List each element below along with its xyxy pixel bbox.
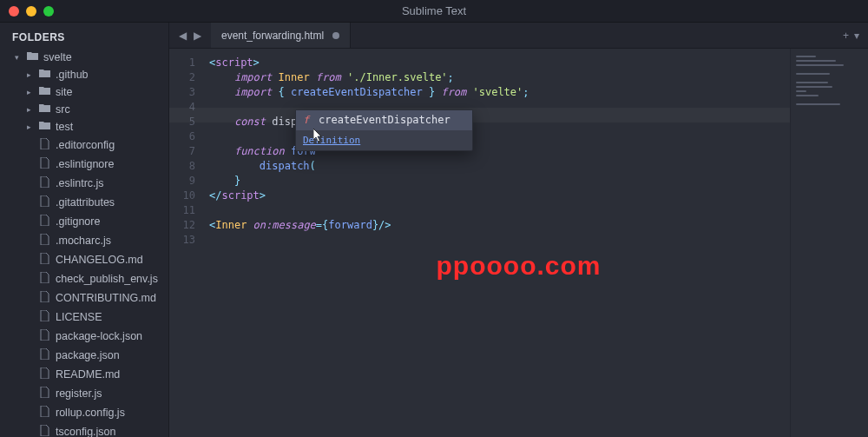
file-icon — [38, 195, 50, 209]
tree-folder[interactable]: ▸.github — [0, 66, 168, 83]
tree-label: CONTRIBUTING.md — [56, 292, 156, 304]
code-line[interactable]: <Inner on:message={forward}/> — [209, 218, 790, 233]
new-tab-icon[interactable]: + — [843, 30, 849, 42]
file-icon — [38, 348, 50, 362]
window-controls — [9, 6, 54, 17]
tree-file[interactable]: LICENSE — [0, 308, 168, 327]
folder-icon — [38, 121, 50, 133]
tree-file[interactable]: check_publish_env.js — [0, 269, 168, 288]
file-icon — [38, 329, 50, 343]
minimap-line — [796, 103, 840, 105]
disclosure-icon: ▸ — [24, 105, 33, 114]
minimap-line — [796, 60, 836, 62]
minimap-line — [796, 82, 828, 83]
minimap-line — [796, 73, 830, 75]
kind-icon: f — [303, 113, 312, 128]
tree-file[interactable]: register.js — [0, 384, 168, 403]
disclosure-icon: ▸ — [24, 70, 33, 79]
tab-history-nav: ◀ ▶ — [169, 23, 211, 48]
folders-header: FOLDERS — [0, 31, 168, 49]
folder-icon — [38, 103, 50, 116]
file-icon — [38, 387, 50, 401]
close-icon[interactable] — [9, 6, 19, 17]
disclosure-icon: ▸ — [24, 122, 33, 131]
tab-active[interactable]: event_forwarding.html — [211, 23, 351, 48]
tree-file[interactable]: rollup.config.js — [0, 403, 168, 422]
minimap-line — [796, 90, 806, 92]
folder-icon — [26, 51, 38, 63]
code-line[interactable] — [209, 203, 790, 218]
autocomplete-label: createEventDispatcher — [319, 113, 450, 128]
tab-bar: ◀ ▶ event_forwarding.html + ▾ — [169, 23, 868, 49]
tree-label: CHANGELOG.md — [56, 254, 143, 266]
tree-file[interactable]: CHANGELOG.md — [0, 250, 168, 269]
file-icon — [38, 138, 50, 152]
tree-label: LICENSE — [56, 311, 102, 323]
code-line[interactable]: } — [209, 174, 790, 189]
code-line[interactable]: import Inner from './Inner.svelte'; — [209, 70, 790, 85]
file-icon — [38, 253, 50, 267]
tree-label: .eslintignore — [56, 158, 114, 170]
disclosure-icon: ▾ — [12, 53, 21, 62]
file-icon — [38, 272, 50, 286]
dirty-indicator-icon — [332, 32, 339, 39]
definition-link[interactable]: Definition — [303, 135, 360, 146]
maximize-icon[interactable] — [43, 6, 54, 17]
tree-file[interactable]: .mocharc.js — [0, 231, 168, 250]
tree-label: register.js — [56, 387, 102, 400]
sidebar: FOLDERS ▾svelte▸.github▸site▸src▸test.ed… — [0, 23, 169, 437]
tree-file[interactable]: package-lock.json — [0, 327, 168, 346]
nav-back-icon[interactable]: ◀ — [176, 30, 189, 42]
tree-file[interactable]: .eslintignore — [0, 155, 168, 174]
minimap-line — [796, 64, 844, 66]
file-icon — [38, 157, 50, 171]
editor-area: ◀ ▶ event_forwarding.html + ▾ 1234567891… — [169, 23, 868, 437]
tree-file[interactable]: README.md — [0, 365, 168, 384]
tree-file[interactable]: .gitignore — [0, 212, 168, 231]
autocomplete-item[interactable]: f createEventDispatcher — [296, 110, 472, 130]
code-line[interactable] — [209, 233, 790, 248]
tab-dropdown-icon[interactable]: ▾ — [854, 30, 859, 42]
minimize-icon[interactable] — [26, 6, 36, 17]
tree-file[interactable]: tsconfig.json — [0, 422, 168, 437]
tree-file[interactable]: .editorconfig — [0, 136, 168, 155]
minimap-line — [796, 86, 832, 88]
code-line[interactable]: dispatch( — [209, 159, 790, 174]
tree-label: check_publish_env.js — [56, 273, 158, 285]
tree-file[interactable]: .gitattributes — [0, 193, 168, 212]
autocomplete-footer: Definition — [296, 130, 472, 150]
minimap[interactable] — [790, 49, 868, 437]
tree-label: README.md — [56, 368, 120, 381]
tree-root[interactable]: ▾svelte — [0, 49, 168, 66]
tree-label: package-lock.json — [56, 330, 142, 342]
code-editor[interactable]: 12345678910111213 f createEventDispatche… — [169, 49, 868, 437]
tree-label: package.json — [56, 349, 120, 361]
tree-file[interactable]: .eslintrc.js — [0, 174, 168, 193]
code-line[interactable]: </script> — [209, 189, 790, 203]
minimap-line — [796, 95, 819, 96]
nav-forward-icon[interactable]: ▶ — [191, 30, 204, 42]
tree-file[interactable]: package.json — [0, 346, 168, 365]
folder-tree: ▾svelte▸.github▸site▸src▸test.editorconf… — [0, 49, 168, 437]
tree-label: .github — [56, 69, 89, 81]
code-content[interactable]: f createEventDispatcher Definition <scri… — [204, 49, 790, 437]
tree-label: .editorconfig — [56, 139, 115, 151]
tree-label: .mocharc.js — [56, 235, 111, 247]
tree-folder[interactable]: ▸test — [0, 118, 168, 136]
file-icon — [38, 176, 50, 190]
tree-folder[interactable]: ▸site — [0, 83, 168, 101]
tree-folder[interactable]: ▸src — [0, 101, 168, 118]
tree-file[interactable]: CONTRIBUTING.md — [0, 288, 168, 308]
autocomplete-popup[interactable]: f createEventDispatcher Definition — [295, 109, 473, 151]
file-icon — [38, 291, 50, 305]
code-line[interactable]: import { createEventDispatcher } from 's… — [209, 85, 790, 100]
titlebar: Sublime Text — [0, 0, 868, 23]
tree-label: .eslintrc.js — [56, 177, 104, 189]
file-icon — [38, 310, 50, 324]
tree-label: svelte — [43, 51, 72, 63]
tree-label: src — [56, 103, 70, 116]
tree-label: rollup.config.js — [56, 407, 125, 419]
tree-label: tsconfig.json — [56, 426, 115, 437]
tree-label: .gitignore — [56, 215, 100, 228]
code-line[interactable]: <script> — [209, 56, 790, 70]
